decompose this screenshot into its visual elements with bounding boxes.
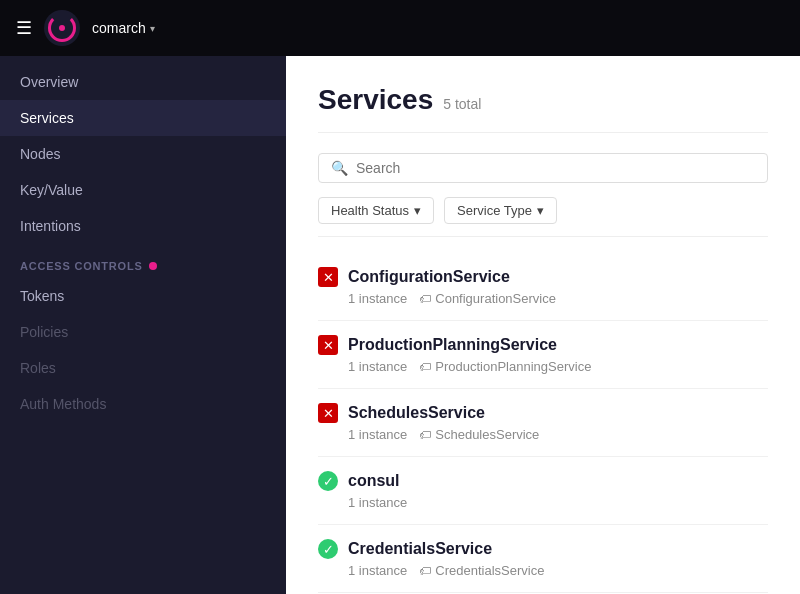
production-tag-value: ProductionPlanningService (435, 359, 591, 374)
sidebar-item-roles: Roles (0, 350, 286, 386)
schedules-tag-value: SchedulesService (435, 427, 539, 442)
search-bar: 🔍 (318, 153, 768, 183)
sidebar-nodes-label: Nodes (20, 146, 60, 162)
credentials-instance-label: 1 instance (348, 563, 407, 578)
consul-status-icon: ✓ (318, 471, 338, 491)
config-tag-value: ConfigurationService (435, 291, 556, 306)
service-item-config-top: ✕ ConfigurationService (318, 267, 768, 287)
service-item-production[interactable]: ✕ ProductionPlanningService 1 instance 🏷… (318, 321, 768, 389)
service-item-production-top: ✕ ProductionPlanningService (318, 335, 768, 355)
sidebar-roles-label: Roles (20, 360, 56, 376)
sidebar-item-policies: Policies (0, 314, 286, 350)
config-instance-label: 1 instance (348, 291, 407, 306)
logo-inner (48, 14, 76, 42)
topnav: ☰ comarch ▾ (0, 0, 800, 56)
credentials-tag-icon: 🏷 (419, 564, 431, 578)
sidebar-auth-methods-label: Auth Methods (20, 396, 106, 412)
config-service-tag: 🏷 ConfigurationService (419, 291, 556, 306)
page-count: 5 total (443, 96, 481, 112)
production-service-meta: 1 instance 🏷 ProductionPlanningService (318, 359, 768, 374)
config-status-icon: ✕ (318, 267, 338, 287)
service-type-chevron-icon: ▾ (537, 203, 544, 218)
service-type-label: Service Type (457, 203, 532, 218)
config-service-name: ConfigurationService (348, 268, 510, 286)
search-input[interactable] (356, 160, 755, 176)
sidebar-item-tokens[interactable]: Tokens (0, 278, 286, 314)
logo-dot (59, 25, 65, 31)
consul-service-name: consul (348, 472, 400, 490)
production-tag-icon: 🏷 (419, 360, 431, 374)
credentials-tag-value: CredentialsService (435, 563, 544, 578)
sidebar-keyvalue-label: Key/Value (20, 182, 83, 198)
access-controls-label: ACCESS CONTROLS (20, 260, 143, 272)
filter-row: Health Status ▾ Service Type ▾ (318, 197, 768, 237)
service-item-config[interactable]: ✕ ConfigurationService 1 instance 🏷 Conf… (318, 253, 768, 321)
production-status-icon: ✕ (318, 335, 338, 355)
credentials-service-tag: 🏷 CredentialsService (419, 563, 544, 578)
consul-instance-label: 1 instance (348, 495, 407, 510)
service-item-credentials[interactable]: ✓ CredentialsService 1 instance 🏷 Creden… (318, 525, 768, 593)
health-status-chevron-icon: ▾ (414, 203, 421, 218)
schedules-service-tag: 🏷 SchedulesService (419, 427, 539, 442)
production-instance-label: 1 instance (348, 359, 407, 374)
service-item-consul[interactable]: ✓ consul 1 instance (318, 457, 768, 525)
sidebar-intentions-label: Intentions (20, 218, 81, 234)
org-selector[interactable]: comarch ▾ (92, 20, 155, 36)
schedules-service-meta: 1 instance 🏷 SchedulesService (318, 427, 768, 442)
sidebar: Overview Services Nodes Key/Value Intent… (0, 56, 286, 594)
health-status-filter[interactable]: Health Status ▾ (318, 197, 434, 224)
layout: Overview Services Nodes Key/Value Intent… (0, 56, 800, 594)
page-header: Services 5 total (318, 84, 768, 133)
service-item-schedules-top: ✕ SchedulesService (318, 403, 768, 423)
health-status-label: Health Status (331, 203, 409, 218)
page-title: Services (318, 84, 433, 116)
org-name-label: comarch (92, 20, 146, 36)
config-tag-icon: 🏷 (419, 292, 431, 306)
consul-service-meta: 1 instance (318, 495, 768, 510)
schedules-tag-icon: 🏷 (419, 428, 431, 442)
credentials-service-meta: 1 instance 🏷 CredentialsService (318, 563, 768, 578)
sidebar-policies-label: Policies (20, 324, 68, 340)
production-service-tag: 🏷 ProductionPlanningService (419, 359, 591, 374)
access-dot-icon (149, 262, 157, 270)
hamburger-icon[interactable]: ☰ (16, 17, 32, 39)
search-icon: 🔍 (331, 160, 348, 176)
credentials-service-name: CredentialsService (348, 540, 492, 558)
sidebar-overview-label: Overview (20, 74, 78, 90)
production-service-name: ProductionPlanningService (348, 336, 557, 354)
schedules-status-icon: ✕ (318, 403, 338, 423)
sidebar-services-label: Services (20, 110, 74, 126)
sidebar-tokens-label: Tokens (20, 288, 64, 304)
service-item-schedules[interactable]: ✕ SchedulesService 1 instance 🏷 Schedule… (318, 389, 768, 457)
org-chevron-icon: ▾ (150, 23, 155, 34)
schedules-instance-label: 1 instance (348, 427, 407, 442)
logo (44, 10, 80, 46)
sidebar-item-keyvalue[interactable]: Key/Value (0, 172, 286, 208)
service-item-consul-top: ✓ consul (318, 471, 768, 491)
service-type-filter[interactable]: Service Type ▾ (444, 197, 557, 224)
service-list: ✕ ConfigurationService 1 instance 🏷 Conf… (318, 253, 768, 593)
sidebar-item-overview[interactable]: Overview (0, 64, 286, 100)
sidebar-item-nodes[interactable]: Nodes (0, 136, 286, 172)
schedules-service-name: SchedulesService (348, 404, 485, 422)
service-item-credentials-top: ✓ CredentialsService (318, 539, 768, 559)
access-controls-section: ACCESS CONTROLS (0, 244, 286, 278)
main-content: Services 5 total 🔍 Health Status ▾ Servi… (286, 56, 800, 594)
sidebar-item-intentions[interactable]: Intentions (0, 208, 286, 244)
sidebar-item-services[interactable]: Services (0, 100, 286, 136)
config-service-meta: 1 instance 🏷 ConfigurationService (318, 291, 768, 306)
credentials-status-icon: ✓ (318, 539, 338, 559)
sidebar-item-auth-methods: Auth Methods (0, 386, 286, 422)
